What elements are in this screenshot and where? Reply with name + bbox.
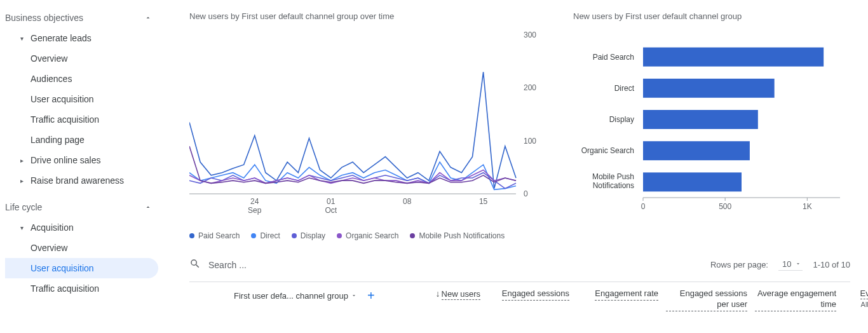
legend-label: Paid Search [198,231,240,240]
svg-rect-14 [643,79,775,98]
metric-header-avg-engagement-time[interactable]: Average engagement time [755,289,844,311]
nav-item-label: User acquisition [31,94,94,104]
sort-down-icon: ↓ [436,289,440,299]
line-chart-title: New users by First user default channel … [189,11,546,21]
nav-item-label: Traffic acquisition [31,283,99,294]
svg-text:Notifications: Notifications [593,181,634,190]
nav-group-generate-leads[interactable]: ▾ Generate leads [5,28,158,48]
nav-item-label: Overview [31,53,67,64]
svg-rect-12 [643,48,824,67]
svg-text:0: 0 [524,189,528,198]
nav-item-traffic-acquisition[interactable]: Traffic acquisition [5,109,158,130]
svg-text:Oct: Oct [325,206,337,215]
svg-text:Paid Search: Paid Search [593,53,634,62]
legend-dot-icon [189,233,194,238]
metric-header-events[interactable]: Eve All e [844,289,868,308]
line-chart-panel: New users by First user default channel … [189,11,546,240]
nav-item-landing-page[interactable]: Landing page [5,130,158,150]
expand-icon: ▸ [20,177,31,184]
search-input[interactable] [207,259,347,271]
nav-group-raise-brand-awareness[interactable]: ▸ Raise brand awareness [5,170,158,191]
row-range: 1-10 of 10 [813,260,850,269]
nav-section-life-cycle[interactable]: Life cycle [5,197,158,217]
add-dimension-button[interactable]: + [365,289,377,303]
nav-item-label: Traffic acquisition [31,114,99,125]
nav-group-label: Acquisition [31,222,74,233]
nav-item-label: Audiences [31,74,72,84]
svg-text:1K: 1K [803,202,812,211]
nav-item-user-acquisition[interactable]: User acquisition [5,89,158,109]
dimension-picker[interactable]: First user defa... channel group [234,291,357,301]
svg-text:300: 300 [524,31,536,39]
metric-label: Average engagement time [755,289,836,311]
legend-label: Display [301,231,325,240]
line-chart-legend: Paid Search Direct Display Organic Searc… [189,231,546,240]
legend-dot-icon [251,233,256,238]
chevron-up-icon [143,202,153,212]
nav-item-label: Landing page [31,135,85,145]
legend-label: Organic Search [346,231,398,240]
metric-header-engagement-rate[interactable]: Engagement rate [577,289,666,301]
svg-text:01: 01 [327,197,336,206]
metric-label: Engaged sessions [502,289,569,301]
metric-header-engaged-sessions[interactable]: Engaged sessions [488,289,577,301]
svg-text:500: 500 [719,202,731,211]
nav-item-acq-traffic-acquisition[interactable]: Traffic acquisition [5,278,158,299]
nav-item-label: Overview [31,243,67,253]
legend-label: Direct [260,231,280,240]
nav-group-acquisition[interactable]: ▾ Acquisition [5,217,158,238]
main-content: New users by First user default channel … [166,0,868,333]
metric-header-engaged-sessions-per-user[interactable]: Engaged sessions per user [666,289,755,311]
legend-item: Organic Search [337,231,398,240]
legend-item: Mobile Push Notifications [410,231,505,240]
nav-group-drive-online-sales[interactable]: ▸ Drive online sales [5,150,158,170]
svg-text:Display: Display [609,115,634,124]
nav-section-business-objectives[interactable]: Business objectives [5,8,158,28]
nav-item-acq-overview[interactable]: Overview [5,238,158,258]
expand-icon: ▸ [20,157,31,164]
table-head: First user defa... channel group + ↓New … [189,282,850,311]
legend-label: Mobile Push Notifications [419,231,505,240]
rows-per-page-select[interactable]: 10 [778,259,803,271]
bar-chart-title: New users by First user default channel … [573,11,827,21]
sidebar: Business objectives ▾ Generate leads Ove… [0,0,166,333]
search-icon [189,258,201,271]
metric-label: Engaged sessions per user [666,289,747,311]
nav-item-acq-user-acquisition[interactable]: User acquisition [5,258,158,278]
metric-label: Engagement rate [595,289,658,301]
legend-item: Direct [251,231,280,240]
nav-section-label: Business objectives [5,13,83,23]
svg-rect-16 [643,110,758,129]
nav-item-label: User acquisition [31,263,94,273]
svg-rect-18 [643,141,750,160]
metric-label: New users [442,289,480,300]
chevron-down-icon [795,259,801,269]
legend-item: Display [292,231,325,240]
svg-text:15: 15 [479,197,488,206]
svg-text:Mobile Push: Mobile Push [592,172,634,181]
dimension-label: First user defa... channel group [234,291,348,301]
table-toolbar: Rows per page: 10 1-10 of 10 [189,258,850,275]
chevron-up-icon [143,13,153,23]
chevron-down-icon [351,291,357,301]
nav-section-label: Life cycle [5,202,42,212]
nav-item-audiences[interactable]: Audiences [5,69,158,89]
svg-text:Organic Search: Organic Search [581,146,634,155]
collapse-icon: ▾ [20,35,31,42]
nav-group-label: Drive online sales [31,155,101,165]
svg-rect-21 [643,172,742,191]
legend-dot-icon [292,233,297,238]
svg-text:100: 100 [524,137,536,146]
rows-per-page-value: 10 [782,259,791,269]
charts-row: New users by First user default channel … [189,11,850,240]
metric-label: Eve [860,289,868,299]
metric-sublabel: All e [844,301,868,308]
svg-text:Direct: Direct [614,84,635,93]
svg-text:24: 24 [250,197,259,206]
metric-header-new-users[interactable]: ↓New users [399,289,488,300]
svg-text:200: 200 [524,83,536,92]
legend-dot-icon [337,233,342,238]
pagination: Rows per page: 10 1-10 of 10 [710,259,850,271]
nav-item-overview[interactable]: Overview [5,48,158,69]
nav-group-label: Generate leads [31,33,92,43]
